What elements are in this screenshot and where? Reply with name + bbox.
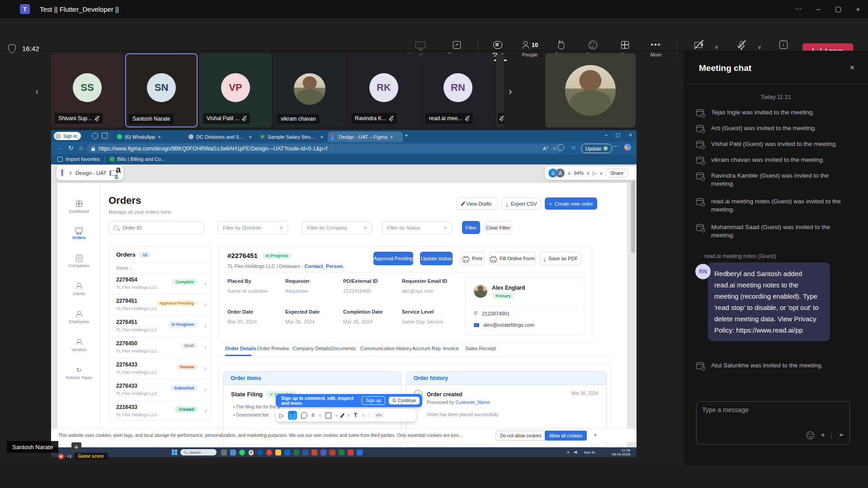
sidebar-item-orders[interactable]: Orders xyxy=(57,226,100,240)
video-tile[interactable]: RN read.ai mee... xyxy=(422,53,494,127)
attach-plus-icon[interactable]: + xyxy=(821,431,825,440)
tab-order-details[interactable]: Order Details xyxy=(225,346,256,351)
order-id-search[interactable] xyxy=(108,221,204,234)
mini-search[interactable]: Search xyxy=(180,449,217,455)
refresh-icon[interactable]: ↻ xyxy=(68,144,74,151)
save-as-pdf-button[interactable]: ↓Save as PDF xyxy=(540,252,581,265)
sidebar-item-dashboard[interactable]: Dashboard xyxy=(57,200,100,214)
filter-domicile-select[interactable]: Filter by Domicile∨ xyxy=(218,221,288,234)
tab-account-rep[interactable]: Account Rep xyxy=(412,346,441,351)
update-browser-button[interactable]: Update xyxy=(581,144,612,153)
tab-communication-history[interactable]: Communication History xyxy=(360,346,412,351)
update-status-button[interactable]: Update status xyxy=(420,252,453,265)
contact-person-link[interactable]: Contact_Person. xyxy=(305,263,344,269)
order-row[interactable]: 2276433 TL Flex Holdings LLC Review › xyxy=(109,358,212,380)
browser-essentials-icon[interactable] xyxy=(557,144,564,151)
sidebar-item-refresh-token[interactable]: ↻Refresh Token xyxy=(57,366,100,380)
approval-pending-button[interactable]: Approval Pending xyxy=(373,252,413,265)
browser-restore-icon[interactable]: ▢ xyxy=(616,132,620,138)
camera-options-chevron-icon[interactable]: ∨ xyxy=(715,44,718,50)
move-tool-icon[interactable]: ▷ xyxy=(279,412,284,419)
tab-documents[interactable]: Documents xyxy=(330,346,356,351)
presenter-expand-button[interactable]: + xyxy=(71,442,81,452)
tab-close-icon[interactable]: × xyxy=(321,134,323,140)
contact-email-row[interactable]: alex@vstatefilings.com xyxy=(474,322,534,328)
shape-tool-icon[interactable] xyxy=(326,413,331,418)
browser-tab[interactable]: (6) WhatsApp× xyxy=(113,131,184,142)
pen-tool-icon[interactable] xyxy=(340,413,344,418)
bookmark-bills[interactable]: Bills | Billing and Co... xyxy=(117,156,165,162)
figma-menu-chevron-icon[interactable]: ∨ xyxy=(69,170,72,176)
video-tile[interactable]: VP Vishal Patil ... xyxy=(199,53,272,127)
tab-close-icon[interactable]: × xyxy=(249,134,252,140)
emoji-icon[interactable] xyxy=(807,432,814,439)
filter-button[interactable]: Filter xyxy=(462,221,480,234)
sidebar-item-companies[interactable]: Companies xyxy=(57,254,100,268)
pen-tool-chevron-icon[interactable]: ∨ xyxy=(347,413,350,418)
mini-start-icon[interactable] xyxy=(172,450,177,455)
tab-company-details[interactable]: Company Details xyxy=(292,346,330,351)
mini-tray-chevron-icon[interactable]: ∧ xyxy=(566,450,570,455)
mic-options-chevron-icon[interactable]: ∨ xyxy=(758,44,761,50)
zoom-level[interactable]: 94% xyxy=(574,170,584,176)
frame-tool-chevron-icon[interactable]: ∨ xyxy=(319,413,321,418)
present-icon[interactable]: ▷ xyxy=(593,170,596,176)
bookmark-import-favorites[interactable]: Import favorites xyxy=(66,156,100,162)
copilot-icon[interactable] xyxy=(624,144,631,150)
chat-message-input[interactable] xyxy=(697,402,849,427)
tiles-scroll-right-icon[interactable]: › xyxy=(509,86,512,98)
text-tool-icon[interactable]: T xyxy=(354,412,357,418)
mini-language-indicator[interactable]: ENG IN xyxy=(584,451,595,454)
send-icon[interactable]: ➢ xyxy=(838,431,844,439)
order-row[interactable]: 2276433 TL Flex Holdings LLC Submitted › xyxy=(109,380,212,401)
order-row[interactable]: 2276451 TL Flex Holdings LLC In Progress… xyxy=(109,316,212,337)
clear-filter-button[interactable]: Clear Filter xyxy=(485,221,512,234)
people-button[interactable]: 10 People xyxy=(514,40,546,57)
customer-name-link[interactable]: Customer_Name xyxy=(455,400,490,405)
browser-tab-active[interactable]: Design - UAT – Figma× xyxy=(328,131,403,142)
mini-volume-icon[interactable] xyxy=(574,450,579,454)
resources-tool-icon[interactable]: ⁘ xyxy=(361,413,365,418)
chat-input-box[interactable]: + ➢ xyxy=(696,401,850,445)
browser-family-icon[interactable] xyxy=(92,133,98,139)
hand-tool-icon-active[interactable] xyxy=(288,411,297,420)
zoom-chevron-icon[interactable]: ∨ xyxy=(586,170,590,176)
cookie-close-icon[interactable]: × xyxy=(594,432,597,438)
sidebar-item-vendors[interactable]: Vendors xyxy=(57,338,100,352)
dev-mode-icon[interactable]: </> xyxy=(373,412,384,418)
tiles-scroll-left-icon[interactable]: ‹ xyxy=(35,86,38,98)
tab-order-preview[interactable]: Order Preview xyxy=(257,346,289,351)
video-tile-active-speaker[interactable]: SN Santosh Narate xyxy=(125,53,198,127)
contact-phone-row[interactable]: ✆ 2123874901 xyxy=(474,310,509,316)
vertical-tabs-icon[interactable] xyxy=(102,133,108,139)
window-more-button[interactable]: ⋯ xyxy=(788,0,808,18)
collaborator-avatar[interactable]: A xyxy=(556,169,565,178)
tab-invoice[interactable]: Invoice xyxy=(443,346,459,351)
allow-cookies-button[interactable]: Allow all cookies xyxy=(545,431,587,441)
export-csv-button[interactable]: ↓Export CSV xyxy=(501,197,541,210)
home-icon[interactable]: ⌂ xyxy=(79,144,83,151)
tab-sales-receipt[interactable]: Sales Receipt xyxy=(465,346,496,351)
view-drafts-button[interactable]: View Drafts xyxy=(456,197,498,210)
sidebar-item-clients[interactable]: Clients xyxy=(57,282,100,296)
order-row[interactable]: 2216433 TL Flex Holdings LLC Created › xyxy=(109,401,212,422)
browser-menu-icon[interactable]: ⋯ xyxy=(613,143,619,150)
browser-close-icon[interactable]: × xyxy=(629,132,632,138)
figma-logo-icon[interactable] xyxy=(61,169,66,176)
order-row[interactable]: 2276450 TL Flex Holdings LLC Draft › xyxy=(109,337,212,358)
favorites-bar-icon[interactable]: ☆ xyxy=(571,144,576,151)
sidebar-item-employees[interactable]: Employees xyxy=(57,310,100,324)
figma-share-button[interactable]: Share xyxy=(606,169,628,178)
window-minimize-button[interactable]: − xyxy=(808,0,828,18)
video-tile[interactable]: vikram chavan xyxy=(274,53,346,127)
filter-company-select[interactable]: Filter by Company∨ xyxy=(302,221,372,234)
print-button[interactable]: Print xyxy=(460,252,485,265)
filter-status-select[interactable]: Filter by Status∨ xyxy=(382,221,452,234)
shape-tool-chevron-icon[interactable]: ∨ xyxy=(335,413,338,418)
order-id-input[interactable] xyxy=(122,225,191,231)
browser-tab[interactable]: DC Divisions and Surroundings× xyxy=(185,131,255,142)
chat-message-bubble[interactable]: Redberyl and Santosh added read.ai meeti… xyxy=(708,263,830,341)
create-new-order-button[interactable]: +Create new order xyxy=(545,197,597,210)
sign-up-button[interactable]: Sign up xyxy=(362,396,385,405)
video-tile-spotlight[interactable] xyxy=(545,53,636,127)
